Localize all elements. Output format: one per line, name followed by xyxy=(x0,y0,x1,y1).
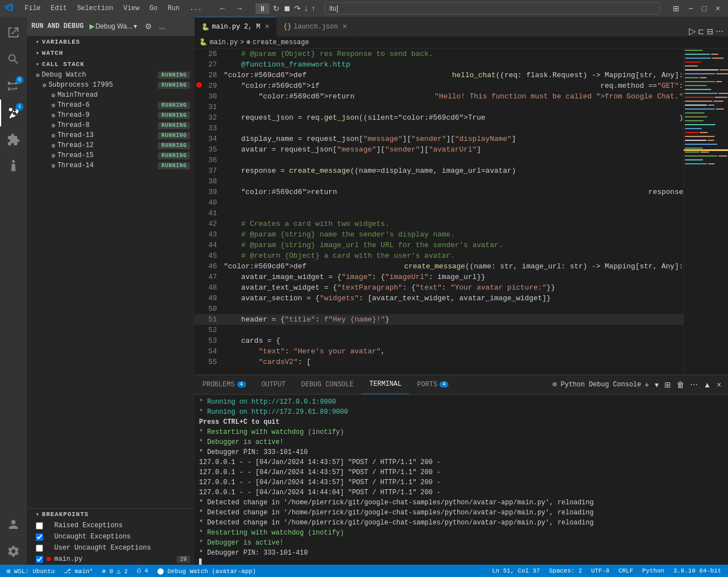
breakpoint-item[interactable]: main.py29 xyxy=(27,554,195,565)
status-python-version[interactable]: 3.8.10 64-bit xyxy=(671,567,724,574)
tab-launch-json[interactable]: {} launch.json × xyxy=(277,17,354,36)
close-button[interactable]: × xyxy=(712,3,724,14)
activity-extensions[interactable] xyxy=(0,126,27,153)
call-stack-header[interactable]: ▾ CALL STACK xyxy=(27,59,195,70)
minimize-button[interactable]: − xyxy=(685,3,696,14)
call-stack-item[interactable]: ⚙Subprocess 17995RUNNING xyxy=(27,80,195,90)
menu-edit[interactable]: Edit xyxy=(46,3,72,13)
panel-tab-problems[interactable]: PROBLEMS 4 xyxy=(195,375,254,394)
terminal-line: * Detected change in '/home/pierrick/git… xyxy=(199,518,724,528)
tab-main-py-close[interactable]: × xyxy=(264,22,269,31)
nav-forward-button[interactable]: → xyxy=(232,3,247,14)
panel-tab-ports[interactable]: PORTS 4 xyxy=(409,375,456,394)
source-control-badge: 6 xyxy=(16,76,23,84)
more-terminal-button[interactable]: ⋯ xyxy=(688,379,700,390)
tab-launch-json-close[interactable]: × xyxy=(342,22,347,31)
menu-view[interactable]: View xyxy=(119,3,144,13)
debug-stop-button[interactable]: ⏹ xyxy=(283,4,291,13)
breakpoint-checkbox-2[interactable] xyxy=(36,545,43,552)
breakpoint-item[interactable]: Uncaught Exceptions xyxy=(27,531,195,542)
status-errors[interactable]: ⊗ 0 △ 2 xyxy=(100,567,130,575)
split-terminal-button[interactable]: ⊞ xyxy=(662,379,673,390)
status-line-ending[interactable]: CRLF xyxy=(616,567,635,574)
code-line: 36 xyxy=(195,155,683,165)
debug-pause-button[interactable]: ⏸ xyxy=(256,3,270,14)
layout-button[interactable]: ⊞ xyxy=(669,3,683,14)
tab-main-py[interactable]: 🐍 main.py 2, M × xyxy=(195,17,277,36)
breakpoint-item[interactable]: User Uncaught Exceptions xyxy=(27,542,195,554)
panel-tab-terminal[interactable]: TERMINAL xyxy=(361,375,409,394)
terminal-dropdown-button[interactable]: ▾ xyxy=(653,379,661,390)
close-panel-button[interactable]: × xyxy=(715,379,724,390)
code-line: 37 response = create_message((name=displ… xyxy=(195,165,683,176)
code-line: 49 avatar_section = {"widgets": [avatar_… xyxy=(195,293,683,304)
variables-header[interactable]: ▾ VARIABLES xyxy=(27,36,195,48)
line-content: display_name = request_json["message"]["… xyxy=(224,134,683,144)
call-stack-item[interactable]: ⚙Thread-6RUNNING xyxy=(27,100,195,110)
status-encoding[interactable]: UTF-8 xyxy=(589,567,612,574)
nav-back-button[interactable]: ← xyxy=(215,3,230,14)
activity-explorer[interactable] xyxy=(0,19,27,46)
debug-step-into-button[interactable]: ↓ xyxy=(304,4,308,13)
run-button[interactable]: ▶ Debug Wa... ▾ xyxy=(86,21,140,31)
breadcrumb-separator1: > xyxy=(240,39,244,46)
breakpoints-header[interactable]: ▾ BREAKPOINTS xyxy=(27,509,195,520)
debug-restart-button[interactable]: ↻ xyxy=(273,4,280,13)
menu-run[interactable]: Run xyxy=(163,3,185,13)
status-language[interactable]: Python xyxy=(640,567,667,574)
terminal-content[interactable]: * Running on http://127.0.0.1:9000 * Run… xyxy=(195,395,728,565)
status-git[interactable]: ⎇ main* xyxy=(62,567,96,575)
activity-source-control[interactable]: 6 xyxy=(0,73,27,100)
add-terminal-button[interactable]: + xyxy=(642,379,651,390)
debug-step-over-button[interactable]: ↷ xyxy=(294,4,301,13)
breakpoint-checkbox-1[interactable] xyxy=(36,533,43,541)
call-stack-item[interactable]: ⚙Thread-9RUNNING xyxy=(27,110,195,120)
panel-tab-output[interactable]: OUTPUT xyxy=(254,375,294,394)
call-stack-item[interactable]: ⚙Debug WatchRUNNING xyxy=(27,70,195,80)
debug-config-name: Debug Wa... xyxy=(96,22,133,30)
line-number: 49 xyxy=(204,293,224,304)
maximize-panel-button[interactable]: ▲ xyxy=(701,379,713,390)
line-number: 48 xyxy=(204,282,224,293)
status-position[interactable]: Ln 51, Col 37 xyxy=(490,567,542,574)
breakpoint-name: main.py xyxy=(54,555,82,563)
more-actions-button[interactable]: ⋯ xyxy=(716,27,724,36)
breadcrumb-function[interactable]: create_message xyxy=(253,39,309,46)
breakpoint-item[interactable]: Raised Exceptions xyxy=(27,520,195,531)
status-debug[interactable]: ⎙ 4 xyxy=(135,567,150,574)
call-stack-item[interactable]: ⚙Thread-8RUNNING xyxy=(27,120,195,130)
activity-accounts[interactable] xyxy=(0,511,27,538)
search-input[interactable] xyxy=(324,2,660,15)
call-stack-item[interactable]: ⚙Thread-13RUNNING xyxy=(27,130,195,140)
menu-more[interactable]: ... xyxy=(185,3,206,13)
debug-settings-button[interactable]: ⚙ xyxy=(143,20,154,32)
breadcrumb-file[interactable]: main.py xyxy=(210,39,238,46)
menu-file[interactable]: File xyxy=(20,3,45,13)
split-editor-button[interactable]: ⊟ xyxy=(707,27,713,36)
status-wsl[interactable]: ⊞ WSL: Ubuntu xyxy=(4,567,57,575)
call-stack-item[interactable]: ⚙Thread-14RUNNING xyxy=(27,160,195,171)
kill-terminal-button[interactable]: 🗑 xyxy=(674,379,687,390)
menu-go[interactable]: Go xyxy=(145,3,162,13)
debug-more-button[interactable]: ... xyxy=(157,20,168,32)
activity-testing[interactable] xyxy=(0,153,27,180)
open-changes-button[interactable]: ⊏ xyxy=(698,27,705,36)
code-editor[interactable]: 26 # @param {Object} res Response to sen… xyxy=(195,49,683,375)
call-stack-item[interactable]: ⚙MainThread xyxy=(27,90,195,100)
status-debug-watch[interactable]: ⬤ Debug Watch (avatar-app) xyxy=(155,567,258,575)
activity-search[interactable] xyxy=(0,46,27,73)
line-content: # @return {Object} a card with the user'… xyxy=(224,250,683,261)
activity-run-debug[interactable]: 1 xyxy=(0,100,27,126)
call-stack-item[interactable]: ⚙Thread-12RUNNING xyxy=(27,140,195,150)
run-code-button[interactable]: ▷ xyxy=(689,26,696,36)
menu-selection[interactable]: Selection xyxy=(73,3,118,13)
status-spaces[interactable]: Spaces: 2 xyxy=(547,567,584,574)
breakpoint-checkbox-0[interactable] xyxy=(36,522,43,529)
panel-tab-debug-console[interactable]: DEBUG CONSOLE xyxy=(294,375,362,394)
debug-step-out-button[interactable]: ↑ xyxy=(311,4,315,13)
maximize-button[interactable]: □ xyxy=(698,3,710,14)
call-stack-item[interactable]: ⚙Thread-15RUNNING xyxy=(27,150,195,160)
watch-header[interactable]: ▾ WATCH xyxy=(27,48,195,59)
breakpoint-checkbox-3[interactable] xyxy=(36,556,43,563)
activity-settings[interactable] xyxy=(0,538,27,565)
